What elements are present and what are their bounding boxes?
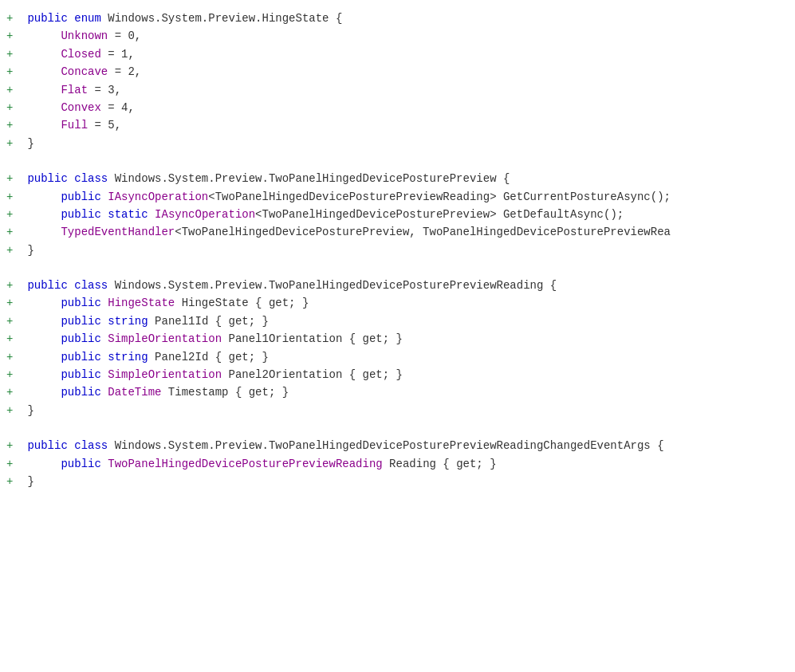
code-token xyxy=(21,437,27,454)
code-token xyxy=(68,10,74,27)
code-line: + public class Windows.System.Preview.Tw… xyxy=(0,437,795,454)
code-token: SimpleOrientation xyxy=(108,366,222,383)
code-token: IAsyncOperation xyxy=(108,188,208,206)
code-token xyxy=(21,99,61,116)
code-line: + Unknown = 0, xyxy=(0,27,795,45)
diff-marker: + xyxy=(6,99,21,116)
diff-marker: + xyxy=(6,63,21,81)
code-line: + public SimpleOrientation Panel2Orienta… xyxy=(0,366,795,383)
diff-marker: + xyxy=(6,116,21,134)
code-token xyxy=(101,348,108,366)
code-token xyxy=(101,455,108,473)
code-token: = 5, xyxy=(88,116,121,134)
code-token xyxy=(101,366,108,383)
diff-marker: + xyxy=(6,27,21,45)
code-token: Windows.System.Preview.HingeState { xyxy=(101,10,342,27)
diff-marker: + xyxy=(6,366,21,383)
code-line: + public TwoPanelHingedDevicePosturePrev… xyxy=(0,455,795,473)
code-token xyxy=(101,294,108,312)
code-token: } xyxy=(21,242,34,259)
code-token xyxy=(21,45,61,63)
code-token: public xyxy=(61,348,100,366)
code-token: = 4, xyxy=(101,99,135,116)
code-token xyxy=(21,455,61,473)
code-token xyxy=(21,348,61,366)
code-line: + public class Windows.System.Preview.Tw… xyxy=(0,170,795,187)
diff-marker: + xyxy=(6,330,21,348)
code-token xyxy=(21,81,61,99)
code-line: + Full = 5, xyxy=(0,116,795,134)
code-token: Windows.System.Preview.TwoPanelHingedDev… xyxy=(108,277,557,294)
diff-marker: + xyxy=(6,170,21,187)
code-token: } xyxy=(21,402,34,419)
code-token xyxy=(101,383,108,401)
code-token: class xyxy=(74,170,108,187)
code-token xyxy=(68,277,74,294)
code-token: <TwoPanelHingedDevicePosturePreviewReadi… xyxy=(208,188,671,206)
code-token: Convex xyxy=(61,99,100,116)
code-line: + Flat = 3, xyxy=(0,81,795,99)
code-token xyxy=(21,170,27,187)
code-token: <TwoPanelHingedDevicePosturePreview, Two… xyxy=(175,223,671,241)
code-token: Closed xyxy=(61,45,100,63)
diff-marker: + xyxy=(6,188,21,206)
code-token: Concave xyxy=(61,63,108,81)
code-line: + Closed = 1, xyxy=(0,45,795,63)
code-token: Panel1Id { get; } xyxy=(148,312,269,330)
code-token xyxy=(21,383,61,401)
diff-marker: + xyxy=(6,81,21,99)
code-token xyxy=(101,206,108,223)
code-token: HingeState xyxy=(108,294,175,312)
code-line: + Convex = 4, xyxy=(0,99,795,116)
code-token: public xyxy=(61,206,100,223)
code-token: DateTime xyxy=(108,383,161,401)
code-token: HingeState { get; } xyxy=(175,294,309,312)
code-token: Flat xyxy=(61,81,88,99)
blank-line xyxy=(0,419,795,437)
code-token xyxy=(21,116,61,134)
code-line: + public SimpleOrientation Panel1Orienta… xyxy=(0,330,795,348)
code-line: + public class Windows.System.Preview.Tw… xyxy=(0,277,795,294)
code-token: public xyxy=(61,330,100,348)
code-token: public xyxy=(61,383,100,401)
code-token: public xyxy=(27,170,67,187)
code-token xyxy=(21,312,61,330)
code-token xyxy=(21,277,27,294)
code-line: + public static IAsyncOperation<TwoPanel… xyxy=(0,206,795,223)
code-line: + public string Panel1Id { get; } xyxy=(0,312,795,330)
diff-marker: + xyxy=(6,312,21,330)
diff-marker: + xyxy=(6,10,21,27)
code-token: = 2, xyxy=(108,63,141,81)
code-token xyxy=(68,437,74,454)
code-token: public xyxy=(61,188,100,206)
code-token xyxy=(148,206,155,223)
diff-marker: + xyxy=(6,223,21,241)
code-token: public xyxy=(61,312,100,330)
code-token xyxy=(21,188,61,206)
code-line: + public string Panel2Id { get; } xyxy=(0,348,795,366)
diff-marker: + xyxy=(6,383,21,401)
code-token xyxy=(21,10,27,27)
code-token: <TwoPanelHingedDevicePosturePreview> Get… xyxy=(255,206,624,223)
code-token: Panel2Orientation { get; } xyxy=(222,366,403,383)
diff-marker: + xyxy=(6,437,21,454)
code-token: Panel1Orientation { get; } xyxy=(222,330,403,348)
code-token xyxy=(21,63,61,81)
code-token xyxy=(21,330,61,348)
diff-marker: + xyxy=(6,206,21,223)
code-line: + Concave = 2, xyxy=(0,63,795,81)
code-line: + public HingeState HingeState { get; } xyxy=(0,294,795,312)
code-token: = 0, xyxy=(108,27,141,45)
diff-marker: + xyxy=(6,455,21,473)
diff-marker: + xyxy=(6,277,21,294)
code-token: } xyxy=(21,473,34,490)
code-token: = 1, xyxy=(101,45,135,63)
code-token: public xyxy=(61,294,100,312)
code-token: enum xyxy=(74,10,101,27)
code-token: public xyxy=(27,277,67,294)
code-token: class xyxy=(74,437,108,454)
diff-marker: + xyxy=(6,45,21,63)
code-viewer: + public enum Windows.System.Preview.Hin… xyxy=(0,0,795,672)
code-token: public xyxy=(27,437,67,454)
code-token xyxy=(21,27,61,45)
